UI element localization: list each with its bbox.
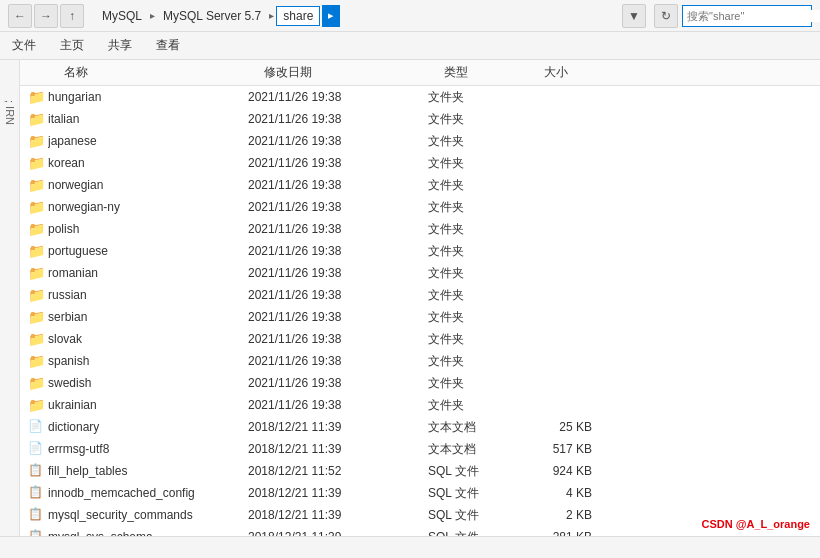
file-date: 2021/11/26 19:38	[248, 222, 428, 236]
file-type: 文件夹	[428, 155, 528, 172]
file-name: portuguese	[48, 244, 248, 258]
table-row[interactable]: 📁 norwegian 2021/11/26 19:38 文件夹	[20, 174, 820, 196]
file-type: 文件夹	[428, 133, 528, 150]
table-row[interactable]: 📁 japanese 2021/11/26 19:38 文件夹	[20, 130, 820, 152]
table-row[interactable]: 📁 serbian 2021/11/26 19:38 文件夹	[20, 306, 820, 328]
file-type: 文件夹	[428, 199, 528, 216]
table-row[interactable]: 📁 korean 2021/11/26 19:38 文件夹	[20, 152, 820, 174]
file-date: 2021/11/26 19:38	[248, 332, 428, 346]
folder-icon: 📁	[28, 287, 44, 303]
txt-icon: 📄	[28, 419, 44, 435]
table-row[interactable]: 📁 hungarian 2021/11/26 19:38 文件夹	[20, 86, 820, 108]
file-date: 2018/12/21 11:52	[248, 464, 428, 478]
file-type: 文件夹	[428, 243, 528, 260]
table-row[interactable]: 📄 dictionary 2018/12/21 11:39 文本文档 25 KB	[20, 416, 820, 438]
file-date: 2021/11/26 19:38	[248, 288, 428, 302]
file-name: romanian	[48, 266, 248, 280]
toolbar: 文件 主页 共享 查看	[0, 32, 820, 60]
table-row[interactable]: 📁 norwegian-ny 2021/11/26 19:38 文件夹	[20, 196, 820, 218]
file-name: ukrainian	[48, 398, 248, 412]
file-type: 文件夹	[428, 331, 528, 348]
toolbar-view[interactable]: 查看	[152, 35, 184, 56]
toolbar-file[interactable]: 文件	[8, 35, 40, 56]
file-size: 924 KB	[528, 464, 608, 478]
breadcrumb-mysql[interactable]: MySQL	[96, 7, 148, 25]
folder-icon: 📁	[28, 309, 44, 325]
folder-icon: 📁	[28, 331, 44, 347]
dropdown-button[interactable]: ▼	[622, 4, 646, 28]
file-date: 2021/11/26 19:38	[248, 112, 428, 126]
file-type: 文件夹	[428, 89, 528, 106]
file-size: 25 KB	[528, 420, 608, 434]
file-name: swedish	[48, 376, 248, 390]
col-header-date: 修改日期	[264, 64, 444, 81]
table-row[interactable]: 📋 innodb_memcached_config 2018/12/21 11:…	[20, 482, 820, 504]
file-type: 文件夹	[428, 397, 528, 414]
file-name: errmsg-utf8	[48, 442, 248, 456]
table-row[interactable]: 📁 spanish 2021/11/26 19:38 文件夹	[20, 350, 820, 372]
file-name: dictionary	[48, 420, 248, 434]
file-type: 文件夹	[428, 375, 528, 392]
file-name: korean	[48, 156, 248, 170]
folder-icon: 📁	[28, 155, 44, 171]
sql-icon: 📋	[28, 529, 44, 536]
file-size: 2 KB	[528, 508, 608, 522]
file-date: 2018/12/21 11:39	[248, 486, 428, 500]
table-row[interactable]: 📁 ukrainian 2021/11/26 19:38 文件夹	[20, 394, 820, 416]
breadcrumb: MySQL ▸ MySQL Server 5.7 ▸ share ▸	[96, 5, 618, 27]
table-row[interactable]: 📁 portuguese 2021/11/26 19:38 文件夹	[20, 240, 820, 262]
search-input[interactable]	[683, 10, 820, 22]
file-type: SQL 文件	[428, 529, 528, 537]
table-row[interactable]: 📁 swedish 2021/11/26 19:38 文件夹	[20, 372, 820, 394]
table-row[interactable]: 📁 polish 2021/11/26 19:38 文件夹	[20, 218, 820, 240]
breadcrumb-sep-1: ▸	[150, 10, 155, 21]
file-name: polish	[48, 222, 248, 236]
folder-icon: 📁	[28, 177, 44, 193]
table-row[interactable]: 📁 slovak 2021/11/26 19:38 文件夹	[20, 328, 820, 350]
up-button[interactable]: ↑	[60, 4, 84, 28]
table-row[interactable]: 📁 romanian 2021/11/26 19:38 文件夹	[20, 262, 820, 284]
sidebar-label: ; IRN	[4, 100, 16, 125]
file-type: SQL 文件	[428, 485, 528, 502]
toolbar-home[interactable]: 主页	[56, 35, 88, 56]
file-date: 2018/12/21 11:39	[248, 442, 428, 456]
file-name: hungarian	[48, 90, 248, 104]
file-date: 2021/11/26 19:38	[248, 156, 428, 170]
file-type: 文件夹	[428, 353, 528, 370]
file-type: 文件夹	[428, 287, 528, 304]
file-type: 文件夹	[428, 265, 528, 282]
file-date: 2021/11/26 19:38	[248, 134, 428, 148]
folder-icon: 📁	[28, 111, 44, 127]
back-button[interactable]: ←	[8, 4, 32, 28]
table-row[interactable]: 📁 russian 2021/11/26 19:38 文件夹	[20, 284, 820, 306]
file-name: italian	[48, 112, 248, 126]
col-header-name: 名称	[64, 64, 264, 81]
file-date: 2021/11/26 19:38	[248, 178, 428, 192]
forward-button[interactable]: →	[34, 4, 58, 28]
column-headers: 名称 修改日期 类型 大小	[20, 60, 820, 86]
file-date: 2021/11/26 19:38	[248, 376, 428, 390]
sql-icon: 📋	[28, 463, 44, 479]
folder-icon: 📁	[28, 353, 44, 369]
file-name: slovak	[48, 332, 248, 346]
sql-icon: 📋	[28, 507, 44, 523]
folder-icon: 📁	[28, 221, 44, 237]
file-name: mysql_security_commands	[48, 508, 248, 522]
refresh-button[interactable]: ↻	[654, 4, 678, 28]
file-type: SQL 文件	[428, 507, 528, 524]
title-bar: ← → ↑ MySQL ▸ MySQL Server 5.7 ▸ share ▸…	[0, 0, 820, 32]
table-row[interactable]: 📋 mysql_sys_schema 2018/12/21 11:39 SQL …	[20, 526, 820, 536]
table-row[interactable]: 📁 italian 2021/11/26 19:38 文件夹	[20, 108, 820, 130]
table-row[interactable]: 📋 mysql_security_commands 2018/12/21 11:…	[20, 504, 820, 526]
file-list: 📁 hungarian 2021/11/26 19:38 文件夹 📁 itali…	[20, 86, 820, 536]
table-row[interactable]: 📋 fill_help_tables 2018/12/21 11:52 SQL …	[20, 460, 820, 482]
folder-icon: 📁	[28, 199, 44, 215]
toolbar-share[interactable]: 共享	[104, 35, 136, 56]
table-row[interactable]: 📄 errmsg-utf8 2018/12/21 11:39 文本文档 517 …	[20, 438, 820, 460]
file-type: 文件夹	[428, 309, 528, 326]
breadcrumb-server[interactable]: MySQL Server 5.7	[157, 7, 267, 25]
file-date: 2021/11/26 19:38	[248, 398, 428, 412]
file-date: 2021/11/26 19:38	[248, 244, 428, 258]
breadcrumb-expand[interactable]: ▸	[322, 5, 340, 27]
breadcrumb-current[interactable]: share	[276, 6, 320, 26]
